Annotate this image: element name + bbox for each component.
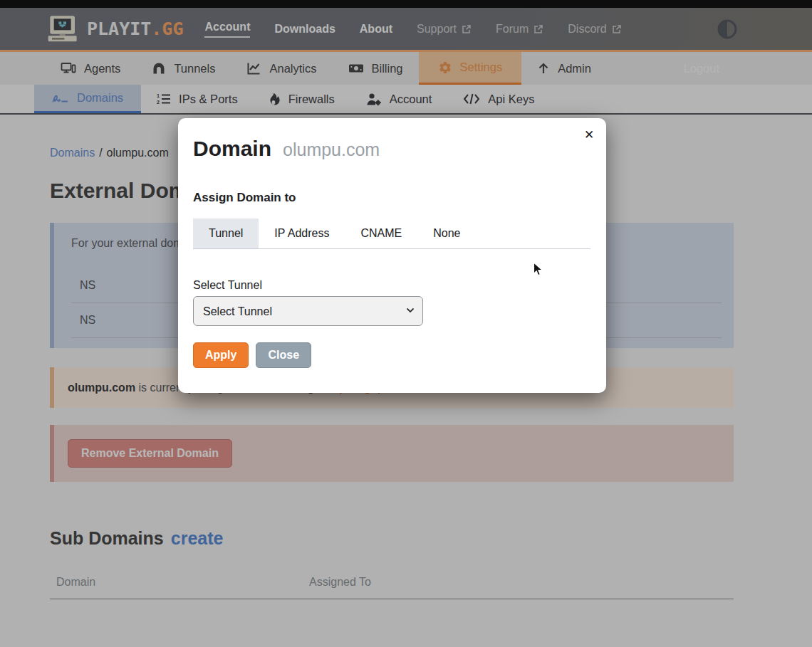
select-tunnel-label: Select Tunnel xyxy=(193,279,590,292)
close-icon[interactable]: ✕ xyxy=(579,125,599,145)
modal-subtitle: olumpu.com xyxy=(283,140,380,160)
domain-modal: ✕ Domain olumpu.com Assign Domain to Tun… xyxy=(178,118,606,393)
tab-tunnel[interactable]: Tunnel xyxy=(193,219,259,248)
modal-title: Domain xyxy=(193,137,271,161)
tab-none[interactable]: None xyxy=(417,219,476,248)
assign-tabs: Tunnel IP Address CNAME None xyxy=(193,219,590,249)
tab-ip-address[interactable]: IP Address xyxy=(259,219,345,248)
assign-domain-heading: Assign Domain to xyxy=(193,191,590,205)
tunnel-select[interactable]: Select Tunnel xyxy=(193,296,423,326)
tab-cname[interactable]: CNAME xyxy=(345,219,417,248)
apply-button[interactable]: Apply xyxy=(193,342,249,368)
close-button[interactable]: Close xyxy=(256,342,311,368)
